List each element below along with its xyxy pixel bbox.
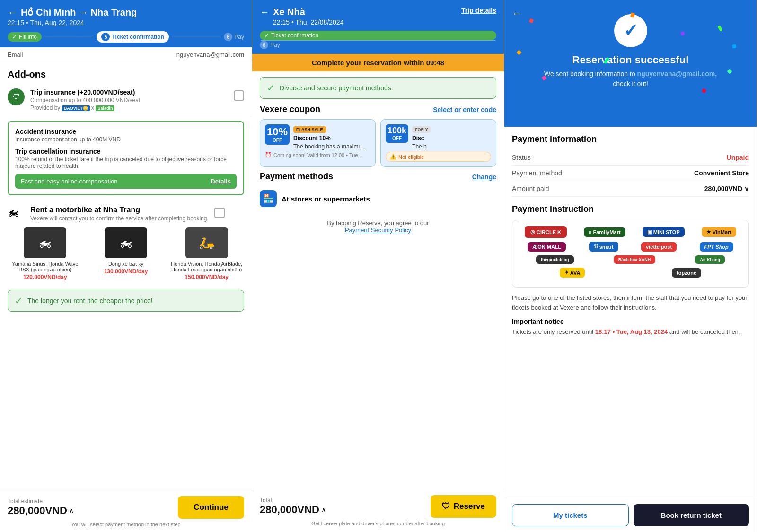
footer-total-info: Total estimate 280,000VND ∧ [8,498,74,517]
back-icon[interactable]: ← [8,7,17,18]
payment-info-section: Payment information Status Unpaid Paymen… [512,134,749,197]
check-icon: ✓ [15,295,23,306]
trip-insurance-addon: 🛡 Trip insurance (+20.000VND/seat) Compe… [0,84,252,116]
bachoa-logo: Bách hoá XANH [614,255,656,264]
select-code-link[interactable]: Select or enter code [433,106,496,113]
step-pay-2: 6 Pay [260,41,496,49]
insurance-detail-box: Accident insurance Insurance compensatio… [8,121,244,195]
important-notice-label: Important notice [512,318,749,325]
familymart-logo: ≡ FamilyMart [584,227,625,237]
rental-desc: Vexere will contact you to confirm the s… [30,215,209,222]
instruction-text: Please go to one of the listed stores, t… [512,293,749,313]
bike-card-2: 🏍 Dòng xe bất kỳ 130.000VND/day [88,227,164,280]
footer-total-row: Total estimate 280,000VND ∧ Continue [8,496,244,519]
coupon-info-1: FLASH SALE Discount 10% The booking has … [293,124,366,150]
bike-name-2: Dòng xe bất kỳ [88,261,164,267]
amount-row: Amount paid 280,000VND ∨ [512,181,749,197]
payment-method-row: 🏪 At stores or supermarkets [260,185,496,212]
reserve-note: By tapping Reserve, you agree to our Pay… [252,217,504,235]
trip-details-link[interactable]: Trip details [461,7,496,14]
rental-checkbox[interactable] [214,208,225,218]
coupon-cards: 10% OFF FLASH SALE Discount 10% The book… [260,119,496,167]
screen3-footer: My tickets Book return ticket [504,498,757,532]
payment-title: Payment methods [260,172,333,182]
discount-number-1: 10% [267,126,288,138]
coupon-card-2[interactable]: 100k OFF FOR Y Disc The b ⚠️ Not eligibl… [380,119,496,167]
insurance-footer-text: Fast and easy online compensation [21,178,118,185]
coupon-validity-1: ⏰ Coming soon! Valid from 12:00 • Tue,..… [265,152,370,158]
cancellation-desc: 100% refund of the ticket fare if the tr… [15,156,237,169]
my-tickets-button[interactable]: My tickets [512,504,629,526]
pay-circle-2: 6 [260,41,268,49]
reserve-button[interactable]: 🛡 Reserve [431,495,496,518]
status-value: Unpaid [727,154,749,161]
footer-total-info-2: Total 280,000VND ∧ [260,497,326,516]
total-amount: 280,000VND [8,505,67,517]
rental-header: 🏍 Rent a motorbike at Nha Trang Vexere w… [8,206,244,223]
back-icon-3[interactable]: ← [512,8,522,20]
step-line [44,37,94,37]
change-link[interactable]: Change [472,173,496,181]
status-label: Status [512,154,531,161]
logos-row-3: thegioididong Bách hoá XANH An Khang [518,255,743,264]
payment-info-title: Payment information [512,134,749,144]
timer-bar: Complete your reservation within 09:48 [252,54,504,71]
saladin-logo: Saladin [96,105,114,111]
bike-icon: 🏍 [8,206,25,223]
addon-text: Trip insurance (+20.000VND/seat) Compens… [30,88,228,111]
bike-images: 🏍 Yamaha Sirius, Honda Wave RSX (giao ng… [8,227,244,280]
confetti-area [504,0,757,127]
coupon-info-2: FOR Y Disc The b [412,124,431,150]
total-amount-2: 280,000VND [260,504,319,516]
header-left: ← Xe Nhà 22:15 • Thu, 22/08/2024 [260,7,343,26]
amount-label: Amount paid [512,185,549,192]
ankhang-logo: An Khang [695,255,725,264]
back-icon-2[interactable]: ← [260,7,269,17]
bike-price-1: 120.000VND/day [8,274,83,280]
bsmart-icon: ℬ [594,244,598,250]
amount-value: 280,000VND ∨ [704,185,749,192]
spacer [252,235,504,489]
secure-pay-box: ✓ Diverse and secure payment methods. [260,77,496,99]
continue-button[interactable]: Continue [178,496,244,519]
screen1-footer: Total estimate 280,000VND ∧ Continue You… [0,491,252,532]
method-value: Convenient Store [694,169,749,177]
store-logos-grid: ◎ CIRCLE K ≡ FamilyMart ▣ MINI STOP ★ [512,220,749,288]
bike-price-2: 130.000VND/day [88,268,164,275]
insurance-checkbox[interactable] [234,90,244,101]
chevron-up-icon-2: ∧ [321,506,326,514]
insurance-footer: Fast and easy online compensation Detail… [15,174,237,189]
route-text: Hồ Chí Minh → Nha Trang [21,7,137,18]
ministop-logo: ▣ MINI STOP [643,227,685,237]
coupon-card-1[interactable]: 10% OFF FLASH SALE Discount 10% The book… [260,119,376,167]
tgdd-logo: thegioididong [536,255,573,264]
screen-fill-info: ← Hồ Chí Minh → Nha Trang 22:15 • Thu, A… [0,0,252,532]
screen1-body: Email nguyenvana@gmail.com Add-ons 🛡 Tri… [0,47,252,491]
payment-instruction-section: Payment instruction ◎ CIRCLE K ≡ FamilyM… [512,204,749,337]
payment-methods-section: Payment methods Change 🏪 At stores or su… [252,172,504,217]
insurance-providers: Provided by BAOVIET🪙 x Saladin [30,105,228,111]
method-label: Payment method [512,169,562,177]
coupon-title: Vexere coupon [260,105,320,114]
secure-text: Diverse and secure payment methods. [280,84,393,92]
chevron-icon: ∨ [744,185,749,192]
flash-badge-1: FLASH SALE [293,126,326,133]
not-eligible-badge: ⚠️ Not eligible [386,152,491,162]
ava-logo: ✦ AVA [560,268,585,278]
bike-img-1: 🏍 [24,227,66,258]
policy-link[interactable]: Payment Security Policy [345,227,411,234]
step-ticket-conf: ✓ Ticket confirmation [260,31,496,40]
email-highlight: nguyenvana@gmail.com, [637,70,717,78]
accident-desc: Insurance compensation up to 400M VND [15,136,237,143]
screen2-header: ← Xe Nhà 22:15 • Thu, 22/08/2024 Trip de… [252,0,504,54]
bike-name-1: Yamaha Sirius, Honda Wave RSX (giao ngẫu… [8,261,83,273]
bike-card-1: 🏍 Yamaha Sirius, Honda Wave RSX (giao ng… [8,227,83,280]
fpt-logo: FPT Shop [700,242,733,252]
accident-insurance-section: Accident insurance Insurance compensatio… [15,128,237,143]
steps-bar-2: ✓ Ticket confirmation 6 Pay [260,31,496,49]
steps-bar: ✓ Fill info 5 Ticket confirmation 6 Pay [8,31,244,43]
email-label: Email [8,51,23,58]
route-text-2: Xe Nhà [273,7,305,17]
return-ticket-button[interactable]: Book return ticket [634,504,749,526]
insurance-details-link[interactable]: Details [211,178,231,185]
